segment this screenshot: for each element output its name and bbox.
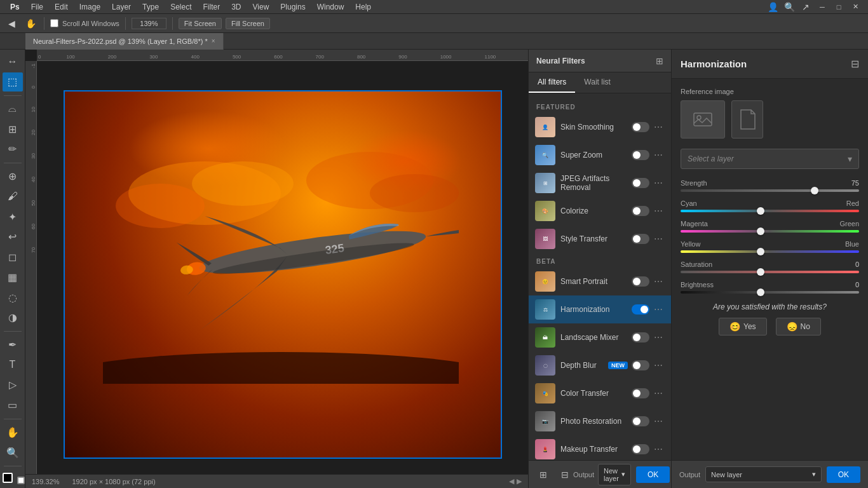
menu-filter[interactable]: Filter bbox=[198, 1, 225, 13]
menu-window[interactable]: Window bbox=[312, 1, 349, 13]
saturation-track[interactable] bbox=[681, 271, 859, 273]
color-transfer-more[interactable]: ⋯ bbox=[652, 387, 665, 400]
yellow-blue-thumb[interactable] bbox=[757, 248, 764, 255]
ok-button[interactable]: OK bbox=[636, 466, 670, 483]
smart-portrait-toggle[interactable] bbox=[632, 276, 649, 287]
tool-type[interactable]: T bbox=[3, 355, 23, 374]
tool-healing[interactable]: ⊕ bbox=[3, 167, 23, 186]
jpeg-artifacts-toggle[interactable] bbox=[632, 178, 649, 188]
cyan-red-track[interactable] bbox=[681, 210, 859, 212]
menu-3d[interactable]: 3D bbox=[226, 1, 246, 13]
menu-view[interactable]: View bbox=[248, 1, 275, 13]
satisfaction-yes-button[interactable]: 😊 Yes bbox=[719, 318, 767, 336]
filter-makeup-transfer[interactable]: 💄 Makeup Transfer ⋯ bbox=[529, 435, 671, 460]
layer-select-dropdown[interactable]: Select a layer ▾ bbox=[681, 149, 859, 169]
brightness-thumb[interactable] bbox=[757, 288, 764, 296]
yellow-blue-track[interactable] bbox=[681, 250, 859, 253]
landscape-mixer-toggle[interactable] bbox=[632, 332, 649, 342]
neural-panel-collapse[interactable]: ⊞ bbox=[656, 56, 663, 66]
menu-select[interactable]: Select bbox=[165, 1, 196, 13]
tool-brush[interactable]: 🖌 bbox=[3, 187, 23, 206]
search-icon[interactable]: 🔍 bbox=[782, 0, 797, 15]
menu-help[interactable]: Help bbox=[350, 1, 376, 13]
super-zoom-more[interactable]: ⋯ bbox=[652, 149, 665, 161]
canvas-content[interactable]: 325 bbox=[37, 61, 528, 488]
scroll-all-windows-checkbox[interactable] bbox=[50, 19, 58, 27]
user-icon[interactable]: 👤 bbox=[765, 0, 780, 15]
filter-color-transfer[interactable]: 🎭 Color Transfer ⋯ bbox=[529, 379, 671, 407]
tool-dodge[interactable]: ◑ bbox=[3, 308, 23, 327]
skin-smoothing-toggle[interactable] bbox=[632, 122, 649, 132]
filter-skin-smoothing[interactable]: 👤 Skin Smoothing ⋯ bbox=[529, 113, 671, 141]
restore-icon[interactable]: □ bbox=[831, 0, 846, 15]
tool-zoom[interactable]: 🔍 bbox=[3, 443, 23, 462]
props-output-dropdown[interactable]: New layer ▾ bbox=[705, 466, 822, 482]
ref-image-box[interactable] bbox=[681, 100, 725, 139]
tool-pen[interactable]: ✒ bbox=[3, 336, 23, 355]
style-transfer-toggle[interactable] bbox=[632, 234, 649, 244]
skin-smoothing-more[interactable]: ⋯ bbox=[652, 121, 665, 133]
tool-crop[interactable]: ⊞ bbox=[3, 119, 23, 139]
makeup-transfer-toggle[interactable] bbox=[632, 444, 649, 454]
tab-wait-list[interactable]: Wait list bbox=[575, 72, 620, 93]
harmonization-toggle[interactable] bbox=[632, 304, 649, 315]
close-icon[interactable]: ✕ bbox=[848, 0, 863, 15]
tool-eyedropper[interactable]: ✏ bbox=[3, 140, 23, 159]
output-dropdown[interactable]: New layer ▾ bbox=[598, 464, 631, 485]
filter-smart-portrait[interactable]: 😊 Smart Portrait ⋯ bbox=[529, 268, 671, 295]
tool-path-select[interactable]: ▷ bbox=[3, 376, 23, 395]
menu-image[interactable]: Image bbox=[74, 1, 105, 13]
doc-tab-close[interactable]: × bbox=[212, 37, 215, 44]
minimize-icon[interactable]: ─ bbox=[815, 0, 830, 15]
layer-icon[interactable]: ⊞ bbox=[535, 466, 552, 483]
tab-all-filters[interactable]: All filters bbox=[529, 72, 575, 93]
share-icon[interactable]: ↗ bbox=[798, 0, 813, 15]
hand-tool-icon[interactable]: ✋ bbox=[23, 16, 38, 31]
harmonization-more[interactable]: ⋯ bbox=[652, 303, 665, 316]
tool-shape[interactable]: ▭ bbox=[3, 396, 23, 415]
props-ok-button[interactable]: OK bbox=[827, 466, 860, 483]
doc-tab[interactable]: Neural-Filters-Ps-2022.psd @ 139% (Layer… bbox=[25, 33, 224, 50]
strength-thumb[interactable] bbox=[811, 187, 818, 194]
color-transfer-toggle[interactable] bbox=[632, 388, 649, 398]
menu-type[interactable]: Type bbox=[137, 1, 164, 13]
foreground-color[interactable] bbox=[3, 473, 13, 483]
fit-screen-button[interactable]: Fit Screen bbox=[179, 18, 222, 29]
style-transfer-more[interactable]: ⋯ bbox=[652, 233, 665, 245]
tool-gradient[interactable]: ▦ bbox=[3, 268, 23, 287]
filter-depth-blur[interactable]: ◌ Depth Blur NEW ⋯ bbox=[529, 351, 671, 379]
menu-file[interactable]: File bbox=[26, 1, 48, 13]
ref-image-doc[interactable] bbox=[731, 100, 763, 139]
jpeg-artifacts-more[interactable]: ⋯ bbox=[652, 177, 665, 189]
depth-blur-toggle[interactable] bbox=[632, 360, 649, 370]
menu-plugins[interactable]: Plugins bbox=[275, 1, 310, 13]
layers-stack-icon[interactable]: ⊟ bbox=[557, 466, 573, 483]
cyan-red-thumb[interactable] bbox=[757, 207, 764, 215]
canvas-image[interactable]: 325 bbox=[64, 90, 502, 459]
strength-track[interactable] bbox=[681, 189, 859, 192]
tool-history-brush[interactable]: ↩ bbox=[3, 227, 23, 247]
colorize-toggle[interactable] bbox=[632, 206, 649, 216]
brightness-track[interactable] bbox=[681, 291, 859, 294]
tool-move[interactable]: ↔ bbox=[3, 52, 23, 71]
magenta-green-track[interactable] bbox=[681, 230, 859, 233]
filter-super-zoom[interactable]: 🔍 Super Zoom ⋯ bbox=[529, 141, 671, 169]
filter-harmonization[interactable]: ⚖ Harmonization ⋯ bbox=[529, 295, 671, 323]
background-color[interactable] bbox=[17, 477, 25, 484]
filter-photo-restoration[interactable]: 📷 Photo Restoration ⋯ bbox=[529, 407, 671, 435]
super-zoom-toggle[interactable] bbox=[632, 150, 649, 160]
props-collapse-icon[interactable]: ⊟ bbox=[851, 58, 859, 70]
saturation-thumb[interactable] bbox=[757, 268, 764, 276]
tool-hand[interactable]: ✋ bbox=[3, 423, 23, 442]
filter-colorize[interactable]: 🎨 Colorize ⋯ bbox=[529, 197, 671, 225]
back-icon[interactable]: ◀ bbox=[4, 16, 19, 31]
photo-restoration-more[interactable]: ⋯ bbox=[652, 415, 665, 428]
magenta-green-thumb[interactable] bbox=[757, 227, 764, 235]
menu-edit[interactable]: Edit bbox=[50, 1, 73, 13]
tool-blur[interactable]: ◌ bbox=[3, 288, 23, 307]
satisfaction-no-button[interactable]: 😞 No bbox=[776, 318, 821, 336]
fill-screen-button[interactable]: Fill Screen bbox=[226, 18, 270, 29]
tool-select[interactable]: ⬚ bbox=[3, 72, 23, 92]
photo-restoration-toggle[interactable] bbox=[632, 416, 649, 426]
menu-layer[interactable]: Layer bbox=[107, 1, 136, 13]
